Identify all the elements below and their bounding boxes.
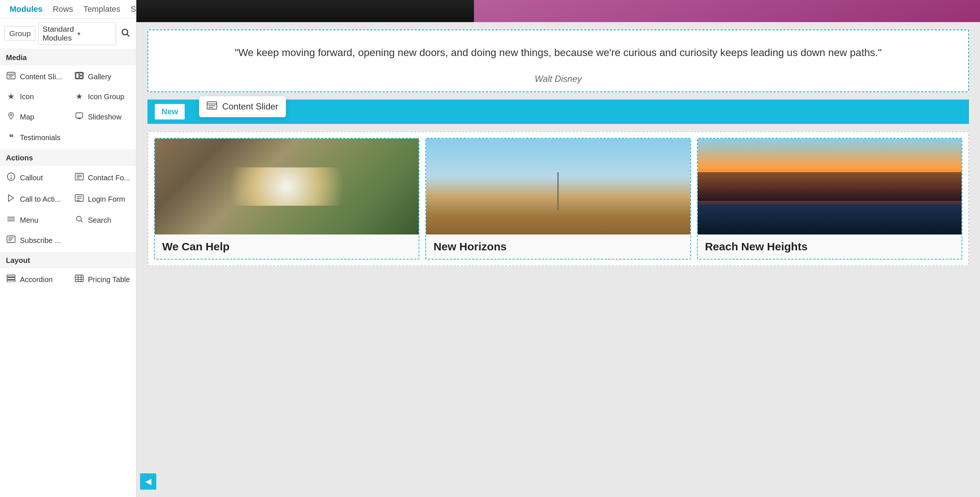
- gallery-card-flowers[interactable]: We Can Help: [154, 138, 419, 260]
- icon-icon: ★: [6, 92, 16, 101]
- gallery-card-windmill[interactable]: New Horizons: [425, 138, 691, 260]
- gallery-img-windmill: [426, 139, 690, 234]
- svg-point-0: [122, 29, 127, 35]
- search-row: Group Standard Modules ▾: [0, 18, 136, 49]
- layout-module-grid: Accordion Pricing Table: [0, 268, 136, 291]
- svg-rect-11: [76, 113, 83, 118]
- svg-rect-9: [80, 76, 83, 78]
- pricing-table-label: Pricing Table: [88, 276, 130, 284]
- section-actions-label: Actions: [0, 149, 136, 166]
- module-subscribe[interactable]: Subscribe ...: [0, 231, 68, 250]
- gallery-icon: [74, 72, 84, 81]
- quote-text: "We keep moving forward, opening new doo…: [156, 38, 961, 68]
- new-banner-row: New Content Slider: [148, 100, 969, 124]
- gallery-img-sunset: [698, 139, 962, 234]
- gallery-label: Gallery: [88, 73, 111, 81]
- photo-overlay: [474, 0, 980, 22]
- top-nav: Modules Rows Templates Saved: [0, 0, 136, 18]
- callout-label: Callout: [20, 174, 43, 182]
- group-button[interactable]: Group: [5, 26, 35, 41]
- tooltip-popup[interactable]: Content Slider: [199, 96, 286, 117]
- search-module-label: Search: [88, 216, 111, 225]
- tooltip-content-slider-icon: [207, 101, 217, 112]
- svg-point-28: [76, 217, 81, 221]
- testimonials-icon: ❝: [6, 132, 16, 143]
- module-contact-form[interactable]: Contact Fo...: [68, 167, 136, 188]
- content-slider-icon: [6, 72, 16, 81]
- testimonials-label: Testimonials: [20, 134, 60, 142]
- gallery-card-sunset[interactable]: Reach New Heights: [697, 138, 962, 260]
- actions-module-grid: Callout Contact Fo... Call to Acti...: [0, 166, 136, 252]
- map-icon: [6, 112, 16, 122]
- gallery-section: We Can Help New Horizons Reach New Heigh…: [148, 131, 969, 266]
- svg-point-16: [11, 178, 11, 178]
- module-accordion[interactable]: Accordion: [0, 269, 68, 290]
- accordion-label: Accordion: [20, 276, 53, 284]
- svg-point-10: [10, 114, 12, 116]
- login-form-icon: [74, 194, 84, 204]
- module-group-dropdown[interactable]: Standard Modules ▾: [38, 22, 116, 45]
- content-slider-label: Content Sli...: [20, 73, 62, 81]
- module-map[interactable]: Map: [0, 107, 68, 127]
- module-callout[interactable]: Callout: [0, 167, 68, 188]
- content-area: "We keep moving forward, opening new doo…: [136, 22, 980, 274]
- svg-rect-8: [80, 73, 83, 75]
- accordion-icon: [6, 275, 16, 284]
- tab-templates[interactable]: Templates: [79, 2, 124, 16]
- call-to-action-label: Call to Acti...: [20, 195, 61, 204]
- contact-form-icon: [74, 173, 84, 183]
- icon-group-icon: ★: [74, 92, 84, 101]
- gallery-caption-flowers: We Can Help: [155, 234, 419, 259]
- svg-rect-37: [75, 275, 83, 282]
- login-form-label: Login Form: [88, 195, 125, 204]
- search-icon: [121, 28, 130, 37]
- quote-author: Walt Disney: [156, 74, 961, 84]
- svg-rect-7: [76, 73, 79, 78]
- module-menu[interactable]: Menu: [0, 210, 68, 231]
- module-pricing-table[interactable]: Pricing Table: [68, 269, 136, 290]
- module-login-form[interactable]: Login Form: [68, 188, 136, 210]
- svg-line-29: [81, 220, 83, 222]
- gallery-caption-windmill: New Horizons: [426, 234, 690, 259]
- icon-group-label: Icon Group: [88, 92, 124, 101]
- module-slideshow[interactable]: Slideshow: [68, 107, 136, 127]
- icon-label: Icon: [20, 92, 34, 101]
- gallery-grid: We Can Help New Horizons Reach New Heigh…: [154, 138, 962, 260]
- svg-rect-34: [7, 275, 15, 277]
- slideshow-icon: [74, 112, 84, 122]
- module-icon-group[interactable]: ★ Icon Group: [68, 87, 136, 107]
- tab-saved[interactable]: Saved: [126, 2, 136, 16]
- gallery-img-flowers: [155, 139, 419, 234]
- module-content-slider[interactable]: Content Sli...: [0, 67, 68, 87]
- menu-icon: [6, 215, 16, 225]
- module-testimonials[interactable]: ❝ Testimonials: [0, 127, 68, 148]
- subscribe-label: Subscribe ...: [20, 236, 61, 245]
- subscribe-icon: [6, 236, 16, 245]
- module-gallery[interactable]: Gallery: [68, 67, 136, 87]
- search-button[interactable]: [119, 26, 132, 41]
- sidebar: Modules Rows Templates Saved Group Stand…: [0, 0, 136, 497]
- svg-line-1: [127, 34, 129, 36]
- module-search[interactable]: Search: [68, 210, 136, 231]
- quote-section[interactable]: "We keep moving forward, opening new doo…: [148, 30, 969, 92]
- call-to-action-icon: [6, 194, 16, 205]
- tab-rows[interactable]: Rows: [48, 2, 77, 16]
- main-content: "We keep moving forward, opening new doo…: [136, 0, 980, 497]
- search-module-icon: [74, 215, 84, 225]
- tab-modules[interactable]: Modules: [5, 2, 47, 16]
- module-call-to-action[interactable]: Call to Acti...: [0, 188, 68, 210]
- gallery-caption-sunset: Reach New Heights: [698, 234, 962, 259]
- new-label: New: [155, 104, 185, 119]
- media-module-grid: Content Sli... Gallery ★ Icon ★ Icon Gro…: [0, 65, 136, 149]
- svg-rect-36: [7, 280, 15, 282]
- section-media-label: Media: [0, 49, 136, 65]
- slideshow-label: Slideshow: [88, 113, 122, 121]
- svg-rect-35: [7, 278, 15, 279]
- callout-icon: [6, 172, 16, 183]
- menu-label: Menu: [20, 216, 38, 225]
- dropdown-label: Standard Modules: [42, 25, 77, 42]
- module-icon[interactable]: ★ Icon: [0, 87, 68, 107]
- map-label: Map: [20, 113, 34, 121]
- chevron-down-icon: ▾: [77, 30, 112, 37]
- back-nav-button[interactable]: ◀: [140, 473, 156, 490]
